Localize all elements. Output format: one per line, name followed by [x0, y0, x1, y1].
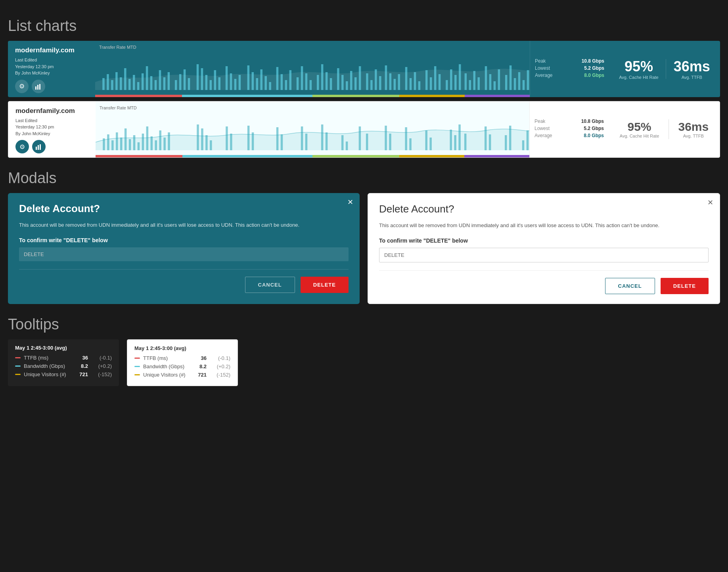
svg-rect-91 [36, 147, 37, 150]
svg-rect-136 [458, 124, 460, 150]
chart-svg-light [96, 119, 529, 150]
svg-rect-85 [505, 75, 507, 90]
tooltip-dark: May 1 2:45-3:00 (avg) TTFB (ms) 36 (-0.1… [8, 339, 119, 386]
gear-button-dark[interactable]: ⚙ [15, 80, 29, 93]
cancel-button-dark[interactable]: CANCEL [245, 277, 295, 293]
svg-rect-12 [142, 73, 144, 90]
svg-rect-53 [346, 81, 348, 90]
svg-rect-132 [425, 130, 427, 150]
svg-rect-96 [111, 140, 113, 150]
svg-rect-71 [434, 66, 436, 90]
modal-close-dark[interactable]: ✕ [347, 199, 353, 206]
chart-button-dark[interactable] [32, 80, 45, 93]
svg-rect-126 [359, 126, 361, 150]
svg-rect-56 [359, 66, 361, 90]
svg-rect-23 [197, 64, 199, 90]
kpi-divider-dark [666, 59, 666, 79]
svg-rect-19 [175, 80, 177, 90]
svg-rect-116 [247, 126, 249, 150]
tooltip-row-uv-dark: Unique Visitors (#) 721 (-152) [15, 371, 112, 377]
svg-rect-79 [473, 71, 475, 90]
tooltip-header-dark: May 1 2:45-3:00 (avg) [15, 345, 112, 351]
svg-rect-8 [124, 68, 126, 90]
svg-rect-24 [201, 68, 203, 90]
svg-rect-58 [370, 80, 372, 90]
svg-rect-20 [179, 74, 181, 90]
svg-rect-50 [330, 78, 332, 90]
svg-rect-28 [218, 77, 220, 90]
modal-input-light[interactable] [379, 248, 709, 262]
tooltip-row-uv-light: Unique Visitors (#) 721 (-152) [134, 372, 230, 378]
svg-rect-62 [389, 73, 391, 90]
svg-rect-1 [37, 85, 38, 90]
uv-value-dark: 721 [76, 371, 88, 377]
svg-rect-112 [205, 135, 207, 150]
svg-rect-143 [527, 130, 529, 150]
bw-change-light: (+0.2) [211, 363, 230, 369]
svg-rect-76 [459, 64, 461, 90]
chart-card-dark: modernfamily.com Last Edited Yesterday 1… [8, 41, 720, 97]
modals-section: Modals ✕ Delete Account? This account wi… [8, 170, 720, 304]
svg-rect-130 [405, 127, 407, 150]
uv-label-light: Unique Visitors (#) [143, 372, 195, 378]
svg-rect-115 [230, 134, 232, 150]
svg-rect-90 [527, 70, 529, 90]
tooltip-row-ttfb-light: TTFB (ms) 36 (-0.1) [134, 355, 230, 361]
svg-rect-18 [168, 72, 170, 90]
delete-button-dark[interactable]: DELETE [301, 277, 349, 293]
svg-rect-138 [485, 126, 487, 150]
modal-actions-light: CANCEL DELETE [379, 278, 709, 294]
svg-rect-4 [107, 74, 109, 90]
modal-light: ✕ Delete Account? This account will be r… [368, 193, 720, 304]
site-name-light: modernfamily.com [15, 107, 90, 115]
svg-rect-66 [410, 78, 412, 90]
gear-button-light[interactable]: ⚙ [15, 140, 29, 153]
card-kpis-light: 95% Avg. Cache Hit Rate 36ms Avg. TTFB [609, 101, 720, 158]
modal-close-light[interactable]: ✕ [707, 199, 713, 206]
svg-rect-78 [469, 80, 471, 90]
svg-rect-31 [234, 79, 236, 90]
svg-rect-119 [281, 134, 283, 150]
svg-rect-69 [425, 70, 427, 90]
stat-lowest-light: Lowest 5.2 Gbps [535, 126, 604, 131]
svg-rect-125 [346, 142, 348, 150]
modal-title-dark: Delete Account? [19, 203, 349, 215]
svg-rect-110 [197, 124, 199, 150]
bw-label-dark: Bandwidth (Gbps) [24, 363, 76, 369]
delete-button-light[interactable]: DELETE [661, 278, 709, 294]
svg-rect-15 [155, 80, 157, 90]
svg-rect-51 [337, 68, 339, 90]
cancel-button-light[interactable]: CANCEL [605, 278, 655, 294]
chart-button-light[interactable] [32, 140, 46, 153]
tooltip-header-light: May 1 2:45-3:00 (avg) [134, 345, 230, 351]
svg-rect-43 [297, 77, 299, 90]
color-bar-dark [95, 95, 530, 97]
svg-rect-0 [35, 86, 36, 90]
svg-rect-6 [115, 72, 117, 90]
svg-rect-61 [385, 65, 387, 90]
svg-rect-21 [184, 69, 186, 90]
ttfb-change-dark: (-0.1) [92, 355, 112, 361]
bw-value-light: 8.2 [195, 363, 207, 369]
svg-rect-14 [150, 76, 152, 90]
kpi-cache-label-light: Avg. Cache Hit Rate [620, 134, 659, 138]
svg-rect-86 [510, 65, 512, 90]
svg-rect-92 [38, 145, 39, 150]
tooltips-title: Tooltips [8, 316, 720, 333]
chart-area-dark: Transfer Rate MTD [95, 41, 530, 97]
uv-change-light: (-152) [211, 372, 230, 378]
svg-rect-137 [464, 134, 466, 150]
svg-rect-142 [522, 140, 524, 150]
svg-rect-111 [201, 128, 203, 150]
svg-rect-113 [210, 140, 212, 150]
svg-rect-88 [518, 72, 520, 90]
modals-row: ✕ Delete Account? This account will be r… [8, 193, 720, 304]
svg-rect-129 [389, 134, 391, 150]
stat-average-dark: Average 8.0 Gbps [535, 73, 604, 78]
svg-rect-101 [133, 135, 135, 150]
modal-input-dark[interactable] [19, 247, 349, 261]
svg-rect-117 [252, 132, 254, 150]
tooltips-section: Tooltips May 1 2:45-3:00 (avg) TTFB (ms)… [8, 316, 720, 386]
svg-rect-32 [239, 75, 241, 90]
uv-dot-light [134, 374, 140, 375]
